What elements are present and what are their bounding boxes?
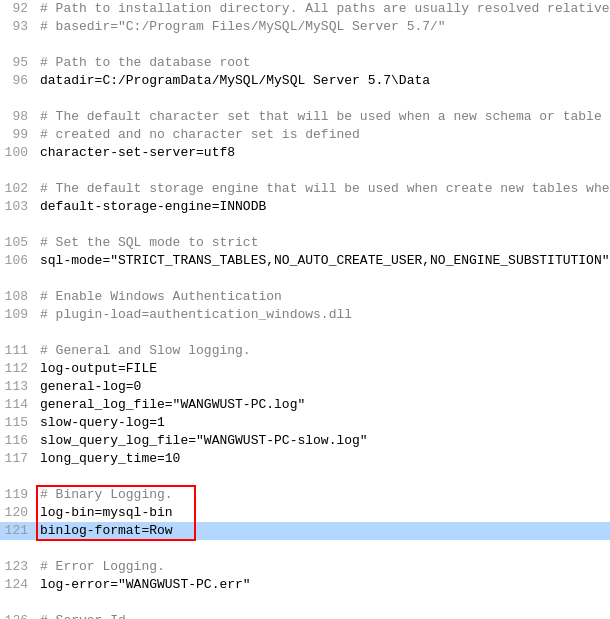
line-number: 98: [0, 108, 36, 126]
line-number: [0, 540, 36, 558]
line-text: general_log_file="WANGWUST-PC.log": [36, 396, 610, 414]
line-text: [36, 324, 610, 342]
line-text: datadir=C:/ProgramData/MySQL/MySQL Serve…: [36, 72, 610, 90]
line-text: long_query_time=10: [36, 450, 610, 468]
code-line: 126# Server Id.: [0, 612, 610, 619]
code-line: 106sql-mode="STRICT_TRANS_TABLES,NO_AUTO…: [0, 252, 610, 270]
line-number: 109: [0, 306, 36, 324]
line-number: 124: [0, 576, 36, 594]
code-line: 111# General and Slow logging.: [0, 342, 610, 360]
code-line: 102# The default storage engine that wil…: [0, 180, 610, 198]
code-line: [0, 324, 610, 342]
code-line: 117long_query_time=10: [0, 450, 610, 468]
code-line: [0, 162, 610, 180]
line-number: [0, 162, 36, 180]
line-text: character-set-server=utf8: [36, 144, 610, 162]
line-text: default-storage-engine=INNODB: [36, 198, 610, 216]
line-number: 120: [0, 504, 36, 522]
line-text: # Set the SQL mode to strict: [36, 234, 610, 252]
code-line: 103default-storage-engine=INNODB: [0, 198, 610, 216]
line-text: # The default storage engine that will b…: [36, 180, 610, 198]
line-text: [36, 36, 610, 54]
code-line: 98# The default character set that will …: [0, 108, 610, 126]
line-text: # basedir="C:/Program Files/MySQL/MySQL …: [36, 18, 610, 36]
line-number: 93: [0, 18, 36, 36]
code-line: 92# Path to installation directory. All …: [0, 0, 610, 18]
code-line: [0, 468, 610, 486]
line-number: 115: [0, 414, 36, 432]
line-number: 113: [0, 378, 36, 396]
line-number: 111: [0, 342, 36, 360]
line-number: 95: [0, 54, 36, 72]
line-number: [0, 270, 36, 288]
code-line: [0, 90, 610, 108]
line-number: 92: [0, 0, 36, 18]
code-line: 116slow_query_log_file="WANGWUST-PC-slow…: [0, 432, 610, 450]
code-line: 96datadir=C:/ProgramData/MySQL/MySQL Ser…: [0, 72, 610, 90]
code-line: [0, 594, 610, 612]
code-line: 114general_log_file="WANGWUST-PC.log": [0, 396, 610, 414]
line-text: # Path to the database root: [36, 54, 610, 72]
line-number: 121: [0, 522, 36, 540]
code-line: [0, 540, 610, 558]
code-line: [0, 270, 610, 288]
code-editor: 92# Path to installation directory. All …: [0, 0, 610, 619]
line-text: slow-query-log=1: [36, 414, 610, 432]
code-line: 115slow-query-log=1: [0, 414, 610, 432]
line-number: 103: [0, 198, 36, 216]
line-text: binlog-format=Row: [36, 522, 610, 540]
line-number: 105: [0, 234, 36, 252]
line-text: log-bin=mysql-bin: [36, 504, 610, 522]
line-text: [36, 90, 610, 108]
code-line: 109# plugin-load=authentication_windows.…: [0, 306, 610, 324]
line-number: 117: [0, 450, 36, 468]
line-number: 116: [0, 432, 36, 450]
line-number: 123: [0, 558, 36, 576]
line-text: general-log=0: [36, 378, 610, 396]
line-number: 112: [0, 360, 36, 378]
line-number: 100: [0, 144, 36, 162]
line-number: [0, 36, 36, 54]
line-number: [0, 324, 36, 342]
line-text: # Server Id.: [36, 612, 610, 619]
line-text: # General and Slow logging.: [36, 342, 610, 360]
line-text: log-error="WANGWUST-PC.err": [36, 576, 610, 594]
code-line: 93# basedir="C:/Program Files/MySQL/MySQ…: [0, 18, 610, 36]
line-number: 96: [0, 72, 36, 90]
line-number: 99: [0, 126, 36, 144]
line-text: # Path to installation directory. All pa…: [36, 0, 610, 18]
line-text: [36, 216, 610, 234]
line-text: # Binary Logging.: [36, 486, 610, 504]
code-line: 108# Enable Windows Authentication: [0, 288, 610, 306]
line-number: [0, 468, 36, 486]
line-number: 114: [0, 396, 36, 414]
line-text: log-output=FILE: [36, 360, 610, 378]
line-number: [0, 90, 36, 108]
line-number: 108: [0, 288, 36, 306]
line-text: [36, 270, 610, 288]
line-text: # Enable Windows Authentication: [36, 288, 610, 306]
line-text: [36, 468, 610, 486]
line-text: sql-mode="STRICT_TRANS_TABLES,NO_AUTO_CR…: [36, 252, 610, 270]
line-text: # Error Logging.: [36, 558, 610, 576]
line-text: # created and no character set is define…: [36, 126, 610, 144]
code-line: 105# Set the SQL mode to strict: [0, 234, 610, 252]
line-number: 102: [0, 180, 36, 198]
line-text: [36, 162, 610, 180]
line-text: # The default character set that will be…: [36, 108, 610, 126]
line-number: [0, 594, 36, 612]
code-area: 92# Path to installation directory. All …: [0, 0, 610, 619]
code-line: 119# Binary Logging.: [0, 486, 610, 504]
code-line: 124log-error="WANGWUST-PC.err": [0, 576, 610, 594]
line-number: 126: [0, 612, 36, 619]
code-line: 100character-set-server=utf8: [0, 144, 610, 162]
line-text: [36, 594, 610, 612]
line-text: # plugin-load=authentication_windows.dll: [36, 306, 610, 324]
line-number: 106: [0, 252, 36, 270]
code-line: 121binlog-format=Row: [0, 522, 610, 540]
code-line: [0, 36, 610, 54]
code-line: 113general-log=0: [0, 378, 610, 396]
line-number: 119: [0, 486, 36, 504]
code-line: 120log-bin=mysql-bin: [0, 504, 610, 522]
line-text: [36, 540, 610, 558]
